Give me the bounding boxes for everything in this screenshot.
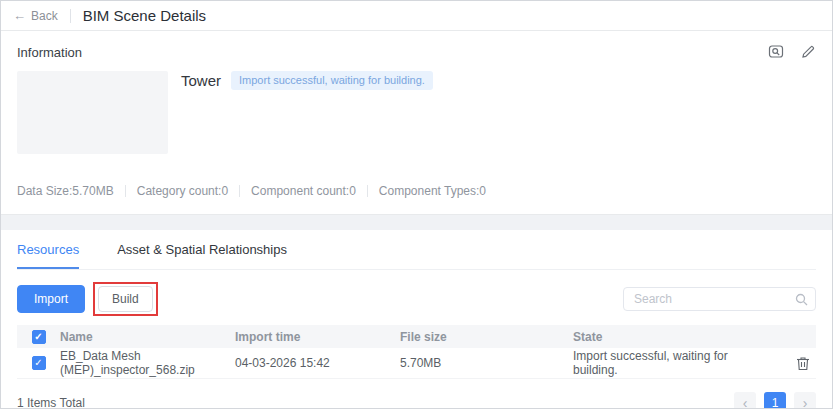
cell-state: Import successful, waiting for building. (573, 349, 773, 377)
prev-page-button[interactable]: ‹ (734, 392, 756, 409)
preview-icon[interactable] (768, 44, 784, 60)
cell-name: EB_Data Mesh (MEP)_inspector_568.zip (60, 349, 235, 377)
column-header-file-size: File size (400, 330, 573, 344)
table-header-row: ✓ Name Import time File size State (17, 325, 816, 348)
table-row: ✓ EB_Data Mesh (MEP)_inspector_568.zip 0… (17, 348, 816, 379)
search-input[interactable] (623, 287, 816, 311)
stat-category-count: Category count:0 (137, 184, 228, 198)
resources-card: Resources Asset & Spatial Relationships … (1, 230, 832, 409)
page-number-button[interactable]: 1 (764, 392, 786, 409)
stat-data-size: Data Size:5.70MB (17, 184, 114, 198)
scene-name: Tower (181, 72, 221, 89)
stat-divider (367, 185, 368, 197)
header-divider (70, 9, 71, 23)
build-button[interactable]: Build (98, 286, 153, 312)
next-page-button[interactable]: › (794, 392, 816, 409)
status-badge: Import successful, waiting for building. (231, 71, 433, 90)
back-arrow-icon: ← (13, 9, 26, 22)
edit-icon[interactable] (800, 44, 816, 60)
row-checkbox[interactable]: ✓ (32, 356, 46, 370)
search-box (623, 287, 816, 311)
chevron-left-icon: ‹ (743, 396, 748, 409)
resources-table: ✓ Name Import time File size State ✓ EB_… (17, 325, 816, 379)
column-header-state: State (573, 330, 773, 344)
information-section-title: Information (17, 45, 82, 60)
back-label: Back (31, 9, 58, 23)
tab-asset-spatial-relationships[interactable]: Asset & Spatial Relationships (117, 242, 287, 269)
select-all-checkbox[interactable]: ✓ (32, 330, 46, 344)
top-header: ← Back BIM Scene Details (1, 1, 832, 31)
section-gap (1, 215, 832, 230)
stat-divider (239, 185, 240, 197)
stat-component-count: Component count:0 (251, 184, 356, 198)
information-card: Information Tower Import successful, wai… (1, 31, 832, 215)
annotation-highlight: Build (93, 282, 158, 316)
column-header-import-time: Import time (235, 330, 400, 344)
stat-divider (125, 185, 126, 197)
column-header-name: Name (60, 330, 235, 344)
delete-icon[interactable] (796, 356, 810, 371)
page-title: BIM Scene Details (83, 7, 206, 24)
tab-resources[interactable]: Resources (17, 242, 79, 269)
back-button[interactable]: ← Back (13, 9, 58, 23)
chevron-right-icon: › (803, 396, 808, 409)
import-button[interactable]: Import (17, 285, 85, 313)
scene-thumbnail (17, 71, 168, 154)
scene-stats: Data Size:5.70MB Category count:0 Compon… (17, 184, 816, 198)
pagination: ‹ 1 › (734, 392, 816, 409)
cell-file-size: 5.70MB (400, 356, 573, 370)
search-icon[interactable] (795, 292, 808, 305)
stat-component-types: Component Types:0 (379, 184, 486, 198)
tab-bar: Resources Asset & Spatial Relationships (17, 242, 816, 270)
cell-import-time: 04-03-2026 15:42 (235, 356, 400, 370)
items-total: 1 Items Total (17, 396, 85, 409)
